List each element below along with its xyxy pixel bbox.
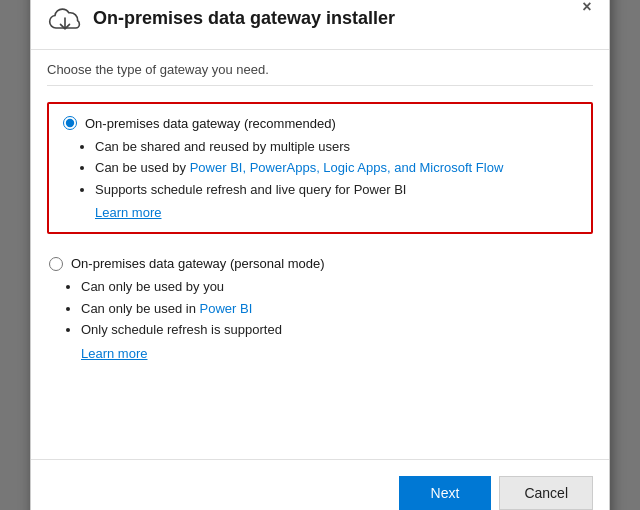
- highlight-apps: Power BI, PowerApps, Logic Apps, and Mic…: [190, 160, 504, 175]
- option-recommended-label: On-premises data gateway (recommended): [85, 116, 336, 131]
- bullet-schedule: Supports schedule refresh and live query…: [95, 180, 577, 200]
- content-area: On-premises data gateway (recommended) C…: [31, 86, 609, 399]
- bullet-only-powerbi: Can only be used in Power BI: [81, 299, 591, 319]
- dialog: On-premises data gateway installer × Cho…: [30, 0, 610, 510]
- footer: Next Cancel: [31, 459, 609, 511]
- dialog-title: On-premises data gateway installer: [93, 8, 395, 29]
- cancel-button[interactable]: Cancel: [499, 476, 593, 510]
- option-personal-label: On-premises data gateway (personal mode): [71, 256, 325, 271]
- option-personal-header: On-premises data gateway (personal mode): [49, 256, 591, 271]
- close-button[interactable]: ×: [577, 0, 597, 17]
- subtitle: Choose the type of gateway you need.: [31, 50, 609, 85]
- next-button[interactable]: Next: [399, 476, 492, 510]
- cloud-icon: [47, 1, 83, 37]
- bullet-schedule-only: Only schedule refresh is supported: [81, 320, 591, 340]
- bullet-shared: Can be shared and reused by multiple use…: [95, 137, 577, 157]
- option-recommended: On-premises data gateway (recommended) C…: [47, 102, 593, 235]
- option-personal-bullets: Can only be used by you Can only be used…: [49, 277, 591, 340]
- title-bar: On-premises data gateway installer ×: [31, 0, 609, 50]
- radio-personal[interactable]: [49, 257, 63, 271]
- learn-more-recommended[interactable]: Learn more: [63, 205, 161, 220]
- bullet-only-you: Can only be used by you: [81, 277, 591, 297]
- highlight-powerbi: Power BI: [200, 301, 253, 316]
- option-recommended-bullets: Can be shared and reused by multiple use…: [63, 137, 577, 200]
- option-personal: On-premises data gateway (personal mode)…: [47, 248, 593, 369]
- learn-more-personal[interactable]: Learn more: [49, 346, 147, 361]
- bullet-powerbi: Can be used by Power BI, PowerApps, Logi…: [95, 158, 577, 178]
- option-recommended-header: On-premises data gateway (recommended): [63, 116, 577, 131]
- radio-recommended[interactable]: [63, 116, 77, 130]
